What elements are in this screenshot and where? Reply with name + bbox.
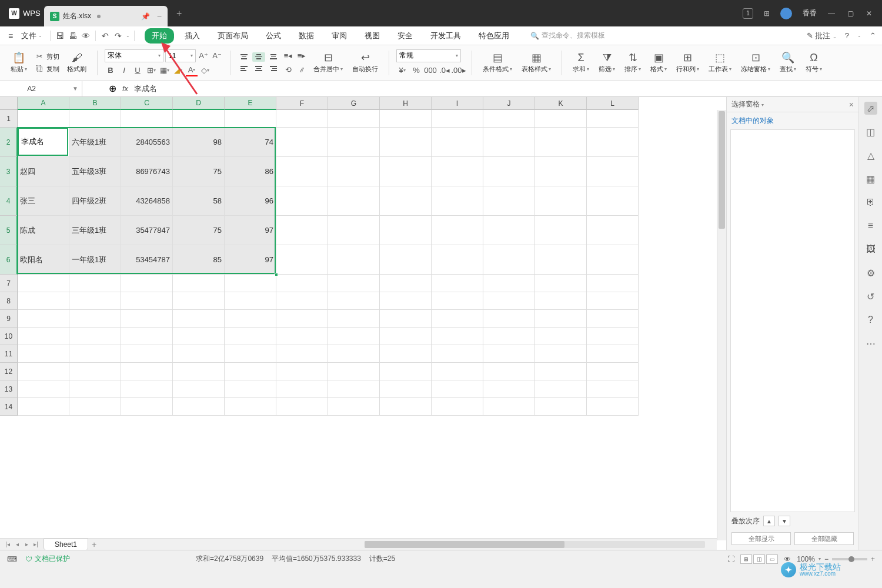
cell[interactable] [173,380,225,398]
file-menu[interactable]: 文件⌄ [18,29,46,42]
column-header[interactable]: A [18,97,69,110]
table-style-button[interactable]: ▦ 表格样式▾ [518,51,554,75]
style-tool-icon[interactable]: ◫ [864,125,877,138]
command-search[interactable]: 🔍 查找命令、搜索模板 [530,31,605,41]
wrap-text-button[interactable]: ↩ 自动换行 [349,51,382,75]
cell[interactable] [432,380,483,398]
column-header[interactable]: J [483,97,535,110]
row-header[interactable]: 1 [0,110,18,128]
cell[interactable] [587,328,639,345]
cell[interactable] [276,345,328,363]
cell[interactable]: 三年级1班 [69,216,121,245]
name-box[interactable]: A2 ▼ [0,81,82,96]
cell[interactable] [587,380,639,398]
cell[interactable] [18,110,69,128]
cell[interactable] [18,398,69,416]
column-header[interactable]: D [173,97,225,110]
distribute-icon[interactable]: ⫽ [296,64,308,76]
comments-button[interactable]: ✎ 批注 ⌄ [807,31,837,41]
align-right-icon[interactable] [267,64,280,74]
border-button[interactable]: ⊞▾ [145,65,157,76]
cell[interactable] [18,292,69,310]
cell[interactable]: 85 [173,245,225,275]
cell[interactable] [535,292,587,310]
cell[interactable]: 43264858 [121,186,173,216]
find-button[interactable]: 🔍查找▾ [776,51,800,75]
cell[interactable] [535,186,587,216]
tab-view[interactable]: 视图 [358,28,387,44]
row-header[interactable]: 11 [0,345,18,363]
list-tool-icon[interactable]: ≡ [864,219,877,232]
cell[interactable] [225,380,276,398]
cell[interactable] [380,275,432,292]
row-col-button[interactable]: ⊞行和列▾ [673,51,703,75]
cell[interactable]: 李成名 [18,128,69,157]
column-header[interactable]: B [69,97,121,110]
prev-sheet-icon[interactable]: ◂ [13,540,21,549]
help-icon[interactable]: ? [845,31,849,40]
tab-dev-tools[interactable]: 开发工具 [423,28,468,44]
cell[interactable] [535,216,587,245]
cell[interactable] [483,275,535,292]
image-tool-icon[interactable]: 🖼 [864,243,877,256]
row-header[interactable]: 6 [0,245,18,275]
conditional-format-button[interactable]: ▤ 条件格式▾ [479,51,516,75]
cell[interactable]: 53454787 [121,245,173,275]
page-view-icon[interactable]: ◫ [753,554,765,564]
hide-all-button[interactable]: 全部隐藏 [794,532,854,545]
cell[interactable] [535,110,587,128]
cell[interactable] [18,380,69,398]
cell[interactable] [225,345,276,363]
merge-center-button[interactable]: ⊟ 合并居中▾ [310,51,346,75]
document-tab[interactable]: 姓名.xlsx 📌 − [44,6,168,26]
cell[interactable] [276,398,328,416]
cell[interactable] [380,380,432,398]
cell[interactable] [483,216,535,245]
cell[interactable] [121,275,173,292]
bold-button[interactable]: B [105,65,116,76]
cell[interactable] [121,380,173,398]
align-center-icon[interactable] [252,64,265,74]
cell[interactable] [121,292,173,310]
cell[interactable] [380,110,432,128]
cell[interactable] [173,110,225,128]
row-header[interactable]: 10 [0,328,18,345]
cell[interactable] [328,186,380,216]
cell[interactable] [69,345,121,363]
cell[interactable] [173,275,225,292]
cell[interactable] [483,345,535,363]
font-size-select[interactable]: 11▾ [165,49,196,62]
cell[interactable] [328,345,380,363]
increase-indent-icon[interactable]: ≡▸ [296,50,308,62]
close-window-button[interactable]: ✕ [865,9,873,18]
close-tab-icon[interactable]: − [157,12,162,21]
cell[interactable] [432,310,483,328]
maximize-button[interactable]: ▢ [846,9,854,18]
cell[interactable] [535,363,587,380]
align-middle-icon[interactable] [252,52,265,62]
collapse-ribbon-icon[interactable]: ⌃ [870,31,876,40]
spreadsheet-grid[interactable]: ABCDEFGHIJKL 1234567891011121314 李成名六年级1… [0,97,726,550]
tab-security[interactable]: 安全 [390,28,420,44]
cell[interactable] [483,110,535,128]
formula-input[interactable]: 李成名 [134,83,157,94]
cell[interactable]: 张三 [18,186,69,216]
column-header[interactable]: G [328,97,380,110]
cell[interactable]: 98 [173,128,225,157]
cell[interactable] [432,398,483,416]
cell[interactable]: 陈成 [18,216,69,245]
cell[interactable] [121,328,173,345]
fullscreen-icon[interactable]: ⛶ [727,555,734,563]
cell[interactable] [276,216,328,245]
cell[interactable] [225,328,276,345]
cell[interactable] [328,157,380,186]
row-header[interactable]: 4 [0,186,18,216]
cell[interactable] [225,363,276,380]
cell[interactable] [535,157,587,186]
italic-button[interactable]: I [118,65,130,76]
column-header[interactable]: E [225,97,276,110]
next-sheet-icon[interactable]: ▸ [22,540,31,549]
cell[interactable] [276,310,328,328]
cell[interactable] [587,128,639,157]
zoom-icon[interactable]: ⊕ [109,83,116,94]
